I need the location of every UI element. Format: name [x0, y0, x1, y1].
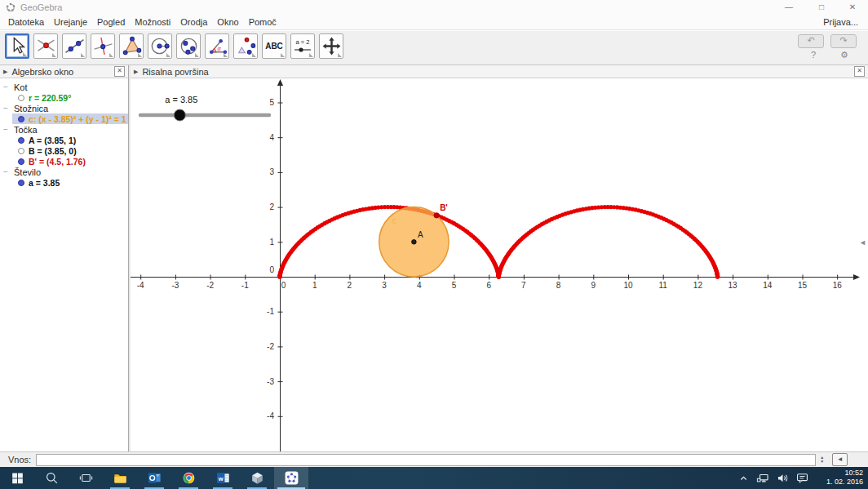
- algebra-group-row[interactable]: −Kot: [0, 82, 128, 92]
- geogebra-taskbar-button[interactable]: [274, 467, 308, 489]
- word-taskbar-button[interactable]: w: [206, 467, 240, 489]
- settings-gear-icon[interactable]: ⚙: [832, 50, 857, 60]
- 3d-builder-taskbar-button[interactable]: [240, 467, 274, 489]
- x-tick-label: -3: [171, 281, 179, 290]
- tool-dropdown-caret-icon[interactable]: [166, 53, 170, 57]
- outlook-taskbar-button[interactable]: [137, 467, 171, 489]
- tool-dropdown-caret-icon[interactable]: [195, 53, 199, 57]
- y-tick-label: 3: [269, 167, 274, 176]
- notifications-icon[interactable]: [795, 470, 810, 486]
- point-tool-button[interactable]: [33, 33, 58, 59]
- move-tool-button[interactable]: [5, 33, 29, 59]
- algebra-panel-title: Algebrsko okno: [11, 67, 73, 77]
- slider-handle[interactable]: [174, 109, 185, 121]
- tool-dropdown-caret-icon[interactable]: [81, 53, 85, 57]
- x-tick-label: -1: [241, 281, 249, 290]
- graphics-close-icon[interactable]: ✕: [854, 66, 865, 77]
- collapse-minus-icon[interactable]: −: [3, 83, 10, 91]
- input-help-button[interactable]: ◄: [832, 453, 848, 466]
- visibility-marble-icon[interactable]: [18, 180, 24, 186]
- x-tick-label: 3: [382, 281, 387, 290]
- outlook-icon: [147, 470, 162, 486]
- visibility-marble-icon[interactable]: [18, 95, 24, 101]
- menu-item-window[interactable]: Okno: [212, 16, 243, 29]
- menu-item-file[interactable]: Datoteka: [3, 16, 49, 29]
- taskbar-clock[interactable]: 10:52 1. 02. 2016: [816, 469, 863, 487]
- text-tool-button[interactable]: ABC: [262, 33, 286, 59]
- visibility-marble-icon[interactable]: [18, 116, 24, 122]
- tool-dropdown-caret-icon[interactable]: [23, 52, 27, 56]
- conic-tool-button[interactable]: [176, 33, 201, 59]
- collapse-panel-arrow-icon[interactable]: ◄: [859, 238, 866, 247]
- algebra-item-row[interactable]: c: (x - 3.85)² + (y - 1)² = 1: [12, 113, 128, 124]
- chrome-taskbar-button[interactable]: [171, 467, 206, 489]
- move-graphics-tool-button[interactable]: [319, 33, 343, 59]
- input-history-spinner[interactable]: ▲ ▼: [820, 456, 824, 464]
- algebra-close-icon[interactable]: ✕: [114, 66, 125, 77]
- collapse-minus-icon[interactable]: −: [3, 168, 10, 176]
- start-button[interactable]: [0, 467, 34, 489]
- algebra-item-row[interactable]: r = 220.59°: [12, 92, 128, 103]
- algebra-item-row[interactable]: B = (3.85, 0): [12, 145, 128, 156]
- expand-arrow-icon[interactable]: ▶: [3, 69, 7, 75]
- maximize-button[interactable]: □: [809, 1, 834, 14]
- close-button[interactable]: ✕: [840, 1, 865, 14]
- tool-dropdown-caret-icon[interactable]: [138, 53, 142, 57]
- tool-dropdown-caret-icon[interactable]: [309, 53, 313, 57]
- algebra-group-row[interactable]: −Stožnica: [0, 103, 128, 113]
- tool-dropdown-caret-icon[interactable]: [109, 53, 113, 57]
- y-tick-label: 5: [269, 98, 274, 107]
- visibility-marble-icon[interactable]: [18, 148, 24, 154]
- search-icon: [44, 470, 60, 486]
- algebra-group-row[interactable]: −Število: [0, 167, 128, 177]
- visibility-marble-icon[interactable]: [18, 158, 24, 165]
- point-A[interactable]: [412, 240, 417, 245]
- sign-in-link[interactable]: Prijava...: [823, 17, 858, 27]
- algebra-item-row[interactable]: A = (3.85, 1): [12, 135, 128, 145]
- help-icon[interactable]: ?: [801, 50, 826, 60]
- menu-item-tools[interactable]: Orodja: [175, 16, 212, 29]
- tool-dropdown-caret-icon[interactable]: [281, 53, 285, 57]
- algebra-group-row[interactable]: −Točka: [0, 124, 128, 135]
- point-A-label: A: [418, 230, 423, 239]
- minimize-button[interactable]: —: [777, 1, 801, 14]
- tool-buttons: αABCa = 2: [5, 33, 343, 59]
- volume-icon[interactable]: [775, 470, 790, 486]
- tool-dropdown-caret-icon[interactable]: [252, 53, 256, 57]
- x-axis-arrow-icon: [853, 274, 860, 280]
- algebra-item-row[interactable]: a = 3.85: [12, 177, 128, 188]
- command-input-field[interactable]: [36, 454, 816, 466]
- point-B-prime[interactable]: [434, 213, 439, 218]
- menu-item-view[interactable]: Pogled: [92, 16, 130, 29]
- undo-button[interactable]: ↶: [798, 34, 824, 48]
- circle-tool-button[interactable]: [148, 33, 172, 59]
- menu-bar: DatotekaUrejanjePogledMožnostiOrodjaOkno…: [0, 15, 868, 30]
- collapse-minus-icon[interactable]: −: [3, 126, 10, 134]
- menu-item-help[interactable]: Pomoč: [244, 16, 281, 29]
- taskbar-app-buttons: w: [0, 467, 308, 489]
- expand-arrow-icon[interactable]: ▶: [134, 69, 138, 75]
- menu-item-options[interactable]: Možnosti: [130, 16, 175, 29]
- algebra-item-row[interactable]: B' = (4.5, 1.76): [12, 156, 128, 167]
- task-view-button[interactable]: [69, 467, 103, 489]
- polygon-tool-button[interactable]: [119, 33, 144, 59]
- spinner-down-icon[interactable]: ▼: [820, 460, 824, 464]
- line-tool-button[interactable]: [62, 33, 86, 59]
- network-icon[interactable]: [755, 470, 771, 486]
- visibility-marble-icon[interactable]: [18, 137, 24, 144]
- tool-dropdown-caret-icon[interactable]: [338, 53, 342, 57]
- collapse-minus-icon[interactable]: −: [3, 104, 10, 113]
- hidden-icons-icon[interactable]: [736, 470, 751, 486]
- angle-tool-button[interactable]: α: [205, 33, 229, 59]
- tool-dropdown-caret-icon[interactable]: [52, 53, 56, 57]
- tool-dropdown-caret-icon[interactable]: [224, 53, 228, 57]
- file-explorer-taskbar-button[interactable]: [103, 467, 137, 489]
- cycloid-trace[interactable]: [277, 205, 720, 279]
- transformation-tool-button[interactable]: [233, 33, 258, 59]
- graphics-canvas[interactable]: -4-3-2-1012345678910111213141516543210-1…: [131, 78, 868, 451]
- menu-item-edit[interactable]: Urejanje: [49, 16, 92, 29]
- perpendicular-line-tool-button[interactable]: [91, 33, 115, 59]
- redo-button[interactable]: ↷: [830, 34, 857, 48]
- slider-tool-button[interactable]: a = 2: [290, 33, 315, 59]
- search-button[interactable]: [34, 467, 69, 489]
